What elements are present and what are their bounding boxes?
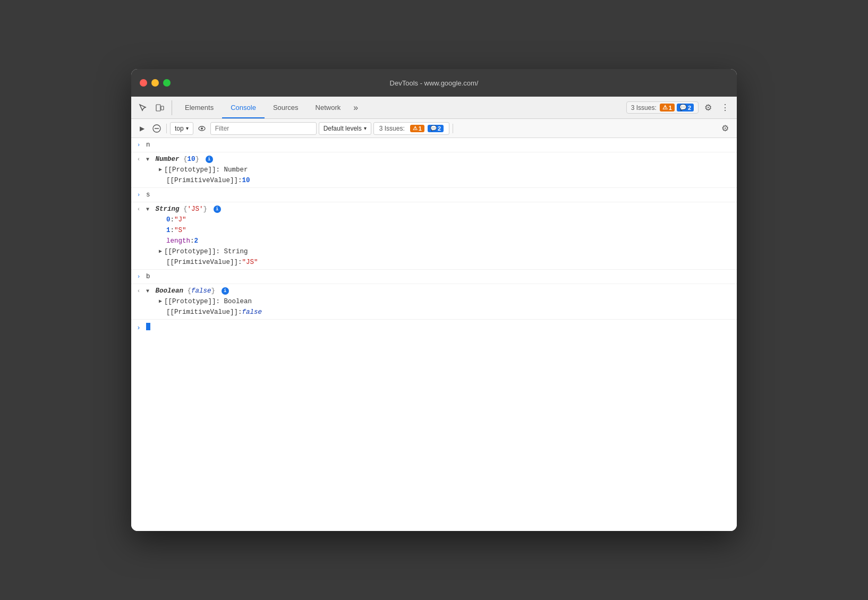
expand-boolean-proto[interactable]: ▶ — [159, 297, 164, 306]
input-arrow-s[interactable]: › — [131, 190, 146, 200]
entry-content-s: s — [146, 190, 737, 200]
boolean-info-icon[interactable]: i — [222, 287, 229, 295]
inspect-icon[interactable] — [135, 100, 150, 115]
console-input-prompt[interactable]: › — [131, 320, 737, 337]
eye-icon-button[interactable] — [195, 122, 208, 135]
tab-console[interactable]: Console — [222, 97, 265, 118]
console-content[interactable]: › n ‹ ▼ Number {10} i ▶ [[Prototype]]: N… — [131, 138, 737, 531]
entry-content-number: ▼ Number {10} i ▶ [[Prototype]]: Number … — [146, 154, 737, 186]
maximize-button[interactable] — [163, 79, 171, 87]
toolbar-separator-2 — [453, 124, 453, 133]
prompt-caret: › — [131, 323, 146, 334]
svg-rect-0 — [156, 105, 160, 111]
input-text-n: n — [146, 141, 150, 149]
prompt-content[interactable] — [146, 323, 737, 334]
tab-network[interactable]: Network — [307, 97, 350, 118]
levels-selector[interactable]: Default levels ▾ — [319, 122, 371, 135]
entry-content-b: b — [146, 271, 737, 282]
warning-badge: ⚠ 1 — [660, 104, 675, 112]
console-entry-string: ‹ ▼ String {'JS'} i 0 : "J" 1 : — [131, 202, 737, 270]
console-entry-boolean: ‹ ▼ Boolean {false} i ▶ [[Prototype]]: B… — [131, 284, 737, 320]
titlebar: DevTools - www.google.com/ — [131, 69, 737, 97]
expand-string-proto[interactable]: ▶ — [159, 247, 164, 256]
main-tabs: Elements Console Sources Network » — [176, 97, 626, 118]
device-toolbar-icon[interactable] — [152, 100, 167, 115]
info-badge: 💬 2 — [677, 104, 694, 112]
output-arrow-boolean[interactable]: ‹ — [131, 286, 146, 296]
output-arrow-number[interactable]: ‹ — [131, 154, 146, 165]
number-primitive-row: [[PrimitiveValue]]: 10 — [146, 175, 728, 186]
filter-input[interactable] — [210, 122, 317, 135]
console-toolbar: ▶ top ▾ Default levels ▾ 3 Issues: — [131, 119, 737, 138]
tab-sources[interactable]: Sources — [265, 97, 307, 118]
input-text-b: b — [146, 273, 150, 280]
tabbar: Elements Console Sources Network » 3 Iss… — [131, 97, 737, 119]
console-entry-n-input: › n — [131, 138, 737, 152]
expand-number[interactable]: ▼ — [146, 156, 151, 164]
string-primitive-row: [[PrimitiveValue]]: "JS" — [146, 257, 728, 268]
execute-button[interactable]: ▶ — [135, 122, 148, 135]
console-info-badge: 💬 2 — [428, 125, 444, 132]
toolbar-separator-1 — [166, 124, 167, 133]
traffic-lights — [140, 79, 171, 87]
clear-icon — [152, 124, 161, 133]
console-entry-b-input: › b — [131, 270, 737, 284]
window-title: DevTools - www.google.com/ — [390, 79, 479, 87]
devtools-window: DevTools - www.google.com/ Elements Cons — [131, 69, 737, 531]
console-settings-button[interactable]: ⚙ — [718, 121, 733, 136]
string-info-icon[interactable]: i — [214, 205, 221, 213]
input-arrow-n[interactable]: › — [131, 140, 146, 150]
input-text-s: s — [146, 191, 150, 199]
tabbar-actions: 3 Issues: ⚠ 1 💬 2 ⚙ ⋮ — [626, 100, 733, 115]
string-prototype-row: ▶ [[Prototype]]: String — [146, 246, 728, 257]
output-arrow-string[interactable]: ‹ — [131, 204, 146, 215]
string-0-row: 0 : "J" — [146, 215, 728, 225]
minimize-button[interactable] — [151, 79, 159, 87]
tab-more-button[interactable]: » — [349, 103, 362, 113]
console-warning-badge: ⚠ 1 — [410, 125, 424, 132]
prompt-cursor — [146, 323, 150, 330]
svg-rect-1 — [161, 106, 164, 110]
string-length-row: length : 2 — [146, 236, 728, 246]
entry-content-n: n — [146, 140, 737, 150]
input-arrow-b[interactable]: › — [131, 271, 146, 282]
svg-point-5 — [201, 127, 203, 130]
console-entry-s-input: › s — [131, 188, 737, 202]
settings-button[interactable]: ⚙ — [701, 100, 716, 115]
number-prototype-row: ▶ [[Prototype]]: Number — [146, 165, 728, 175]
console-issues-button[interactable]: 3 Issues: ⚠ 1 💬 2 — [373, 122, 449, 135]
expand-number-proto[interactable]: ▶ — [159, 166, 164, 174]
boolean-prototype-row: ▶ [[Prototype]]: Boolean — [146, 296, 728, 307]
more-options-button[interactable]: ⋮ — [718, 100, 733, 115]
clear-console-button[interactable] — [150, 122, 163, 135]
entry-content-boolean: ▼ Boolean {false} i ▶ [[Prototype]]: Boo… — [146, 286, 737, 318]
string-1-row: 1 : "S" — [146, 225, 728, 236]
boolean-primitive-row: [[PrimitiveValue]]: false — [146, 307, 728, 318]
tab-elements[interactable]: Elements — [176, 97, 222, 118]
context-selector[interactable]: top ▾ — [170, 122, 193, 135]
number-info-icon[interactable]: i — [206, 156, 213, 163]
close-button[interactable] — [140, 79, 147, 87]
expand-string[interactable]: ▼ — [146, 205, 151, 214]
devtools-nav-icons — [135, 100, 172, 115]
expand-boolean[interactable]: ▼ — [146, 287, 151, 296]
issues-badge[interactable]: 3 Issues: ⚠ 1 💬 2 — [626, 101, 699, 114]
console-entry-number: ‹ ▼ Number {10} i ▶ [[Prototype]]: Numbe… — [131, 152, 737, 188]
entry-content-string: ▼ String {'JS'} i 0 : "J" 1 : "S" — [146, 204, 737, 268]
eye-icon — [198, 124, 206, 133]
